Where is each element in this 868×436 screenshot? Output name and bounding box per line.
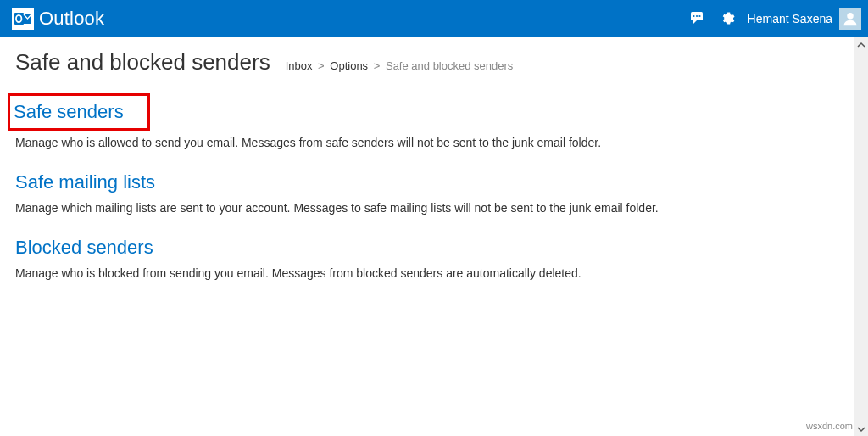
gear-icon[interactable] xyxy=(719,10,736,27)
page-title: Safe and blocked senders xyxy=(15,49,270,75)
blocked-senders-desc: Manage who is blocked from sending you e… xyxy=(15,266,854,282)
svg-point-4 xyxy=(693,15,694,17)
watermark-label: wsxdn.com xyxy=(806,421,853,431)
breadcrumb-options[interactable]: Options xyxy=(330,59,368,72)
svg-point-6 xyxy=(698,15,700,17)
safe-senders-link[interactable]: Safe senders xyxy=(10,96,147,128)
breadcrumb-inbox[interactable]: Inbox xyxy=(286,59,313,72)
content-area: Safe and blocked senders Inbox > Options… xyxy=(0,37,854,436)
breadcrumb-current: Safe and blocked senders xyxy=(386,59,513,72)
avatar-icon xyxy=(839,8,861,30)
breadcrumb-sep-icon: > xyxy=(374,59,381,72)
section-safe-senders: Safe senders Manage who is allowed to se… xyxy=(15,96,854,151)
section-safe-mailing-lists: Safe mailing lists Manage which mailing … xyxy=(15,171,854,216)
outlook-logo-icon[interactable] xyxy=(12,8,34,30)
blocked-senders-link[interactable]: Blocked senders xyxy=(15,237,153,259)
header-left: Outlook xyxy=(12,8,104,30)
vertical-scrollbar[interactable] xyxy=(854,37,868,436)
safe-mailing-lists-link[interactable]: Safe mailing lists xyxy=(15,171,155,193)
brand-label: Outlook xyxy=(39,8,104,30)
header-right: Hemant Saxena xyxy=(690,8,861,30)
safe-senders-desc: Manage who is allowed to send you email.… xyxy=(15,135,854,151)
breadcrumb-sep-icon: > xyxy=(318,59,325,72)
user-name-label: Hemant Saxena xyxy=(748,12,832,25)
section-blocked-senders: Blocked senders Manage who is blocked fr… xyxy=(15,237,854,282)
safe-mailing-lists-desc: Manage which mailing lists are sent to y… xyxy=(15,200,854,216)
user-menu[interactable]: Hemant Saxena xyxy=(748,8,861,30)
svg-point-7 xyxy=(847,13,854,20)
svg-point-5 xyxy=(695,15,697,17)
chat-icon[interactable] xyxy=(690,10,707,27)
breadcrumb: Inbox > Options > Safe and blocked sende… xyxy=(286,59,514,72)
app-header: Outlook Hemant Saxena xyxy=(0,0,868,37)
scroll-down-icon[interactable] xyxy=(854,422,869,436)
title-row: Safe and blocked senders Inbox > Options… xyxy=(15,49,854,75)
scroll-up-icon[interactable] xyxy=(854,37,869,52)
